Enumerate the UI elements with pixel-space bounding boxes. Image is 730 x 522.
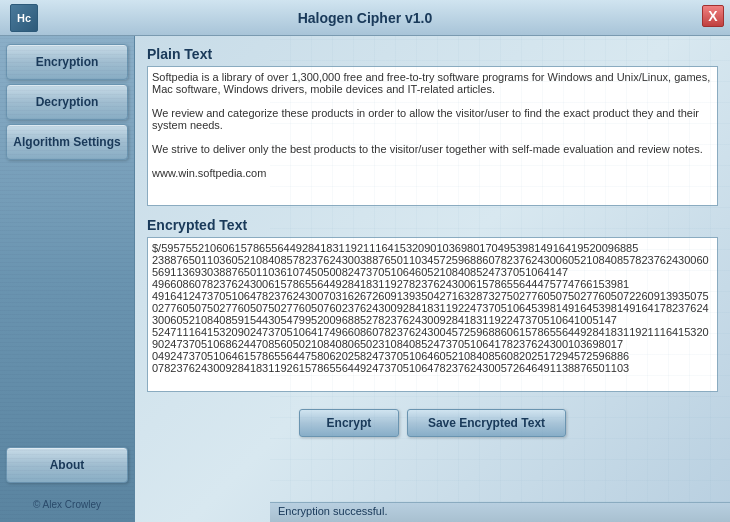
sidebar-item-about[interactable]: About bbox=[6, 447, 128, 483]
save-encrypted-button[interactable]: Save Encrypted Text bbox=[407, 409, 566, 437]
app-title: Halogen Cipher v1.0 bbox=[298, 10, 433, 26]
close-button[interactable]: X bbox=[702, 5, 724, 27]
sidebar-spacer bbox=[6, 164, 128, 443]
sidebar: Encryption Decryption Algorithm Settings… bbox=[0, 36, 135, 522]
encrypted-text-section: Encrypted Text bbox=[147, 217, 718, 395]
encrypt-button[interactable]: Encrypt bbox=[299, 409, 399, 437]
plain-text-input[interactable] bbox=[147, 66, 718, 206]
sidebar-item-decryption[interactable]: Decryption bbox=[6, 84, 128, 120]
content-area: Plain Text Encrypted Text Encrypt Save E… bbox=[135, 36, 730, 522]
title-bar: Hc Halogen Cipher v1.0 X bbox=[0, 0, 730, 36]
status-bar: Encryption successful. bbox=[270, 502, 730, 522]
encrypted-text-label: Encrypted Text bbox=[147, 217, 718, 233]
encrypted-text-output[interactable] bbox=[147, 237, 718, 392]
button-row: Encrypt Save Encrypted Text bbox=[147, 403, 718, 439]
app-logo: Hc bbox=[10, 4, 38, 32]
sidebar-item-encryption[interactable]: Encryption bbox=[6, 44, 128, 80]
plain-text-label: Plain Text bbox=[147, 46, 718, 62]
plain-text-section: Plain Text bbox=[147, 46, 718, 209]
main-container: Encryption Decryption Algorithm Settings… bbox=[0, 36, 730, 522]
sidebar-item-algorithm-settings[interactable]: Algorithm Settings bbox=[6, 124, 128, 160]
copyright-text: © Alex Crowley bbox=[6, 495, 128, 514]
